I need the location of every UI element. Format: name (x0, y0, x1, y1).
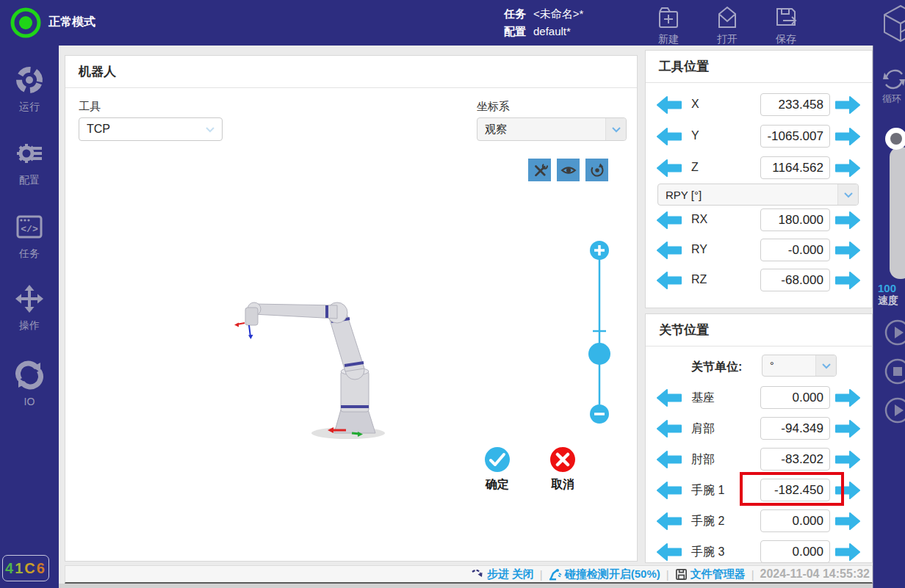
frame-value: 观察 (485, 123, 507, 137)
sidebar-item-task[interactable]: </> 任务 (0, 211, 59, 261)
io-icon (14, 360, 45, 391)
stop-button[interactable] (884, 357, 905, 388)
increment-arrow-button[interactable] (834, 159, 861, 180)
separator: | (540, 568, 543, 581)
increment-arrow-button[interactable] (834, 482, 861, 502)
cancel-button[interactable]: 取消 (547, 446, 579, 493)
decrement-arrow-button[interactable] (656, 543, 682, 564)
cancel-x-icon (549, 446, 576, 473)
increment-arrow-button[interactable] (834, 211, 861, 232)
joint-value-input[interactable] (760, 479, 830, 501)
decrement-arrow-button[interactable] (656, 242, 682, 262)
decrement-arrow-button[interactable] (656, 482, 682, 502)
increment-arrow-button[interactable] (834, 512, 861, 533)
cycle-label: 循环 (882, 92, 901, 106)
axis-value-input[interactable] (760, 269, 830, 291)
sidebar-item-label: 操作 (0, 319, 59, 333)
decrement-arrow-button[interactable] (656, 420, 682, 440)
zoom-out-button[interactable] (590, 404, 609, 424)
increment-arrow-button[interactable] (834, 389, 861, 410)
decrement-arrow-button[interactable] (656, 512, 682, 533)
joint-value-input[interactable] (760, 417, 830, 440)
decrement-arrow-button[interactable] (656, 389, 682, 410)
new-task-button[interactable]: 新建 (646, 4, 691, 46)
robot-3d-view[interactable] (234, 298, 396, 445)
decrement-arrow-button[interactable] (656, 128, 682, 148)
decrement-arrow-button[interactable] (656, 211, 682, 232)
joint-value-input[interactable] (760, 386, 830, 409)
axis-label: Z (691, 161, 699, 174)
joint-value-input[interactable] (760, 509, 830, 532)
joint-unit-label: 关节单位: (691, 360, 742, 375)
increment-arrow-button[interactable] (834, 128, 861, 148)
sidebar-item-run[interactable]: 运行 (0, 65, 59, 114)
axis-value-input[interactable] (760, 93, 830, 116)
rotate-icon (589, 162, 605, 178)
robot-panel-title: 机器人 (65, 56, 637, 88)
increment-arrow-button[interactable] (834, 420, 861, 440)
increment-arrow-button[interactable] (834, 451, 861, 471)
joint-row-wrist1: 手腕 1 (646, 479, 873, 502)
increment-arrow-button[interactable] (834, 272, 861, 292)
tool-input[interactable] (79, 117, 223, 141)
sidebar-item-operate[interactable]: 操作 (0, 283, 59, 333)
view-rotate-button[interactable] (585, 159, 608, 181)
separator: | (751, 568, 754, 581)
play-button[interactable] (884, 319, 905, 349)
increment-arrow-button[interactable] (834, 242, 861, 262)
left-sidebar: 运行 配置 </> 任务 (0, 46, 59, 588)
axis-value-input[interactable] (760, 208, 830, 231)
axis-value-input[interactable] (760, 239, 830, 261)
speed-value: 100 (878, 282, 896, 294)
open-task-button[interactable]: 打开 (705, 4, 749, 46)
step-play-button[interactable] (884, 396, 905, 427)
file-manager-label: 文件管理器 (691, 567, 746, 581)
step-play-icon (884, 396, 905, 424)
view-tools-button[interactable] (528, 159, 551, 181)
confirm-button[interactable]: 确定 (481, 446, 513, 493)
chevron-down-icon (605, 118, 626, 140)
decrement-arrow-button[interactable] (656, 159, 682, 180)
speed-slider-track[interactable] (890, 147, 905, 279)
axis-value-input[interactable] (760, 125, 830, 148)
task-label: 任务 (504, 5, 526, 23)
joint-unit-dropdown[interactable]: ° (762, 355, 837, 377)
increment-arrow-button[interactable] (834, 96, 861, 117)
sidebar-item-io[interactable]: IO (0, 360, 59, 407)
svg-text:</>: </> (21, 224, 38, 235)
cycle-button[interactable] (882, 68, 905, 94)
joint-label: 手腕 2 (691, 514, 724, 529)
rotation-format-dropdown[interactable]: RPY [°] (657, 184, 859, 206)
joint-row-wrist2: 手腕 2 (646, 509, 873, 533)
top-bar: 正常模式 任务 <未命名>* 配置 default* 新建 (0, 0, 905, 46)
tools-icon (532, 162, 548, 178)
decrement-arrow-button[interactable] (656, 96, 682, 117)
axis-label: RY (691, 243, 707, 256)
axis-value-input[interactable] (760, 156, 830, 179)
collision-detect-status[interactable]: 碰撞检测开启(50%) (549, 567, 660, 581)
view-visibility-button[interactable] (557, 159, 580, 181)
joint-value-input[interactable] (760, 540, 830, 563)
open-task-icon (715, 4, 740, 29)
operate-icon (14, 283, 45, 314)
tool-rot-row-rx: RX (646, 208, 873, 232)
cube-icon[interactable] (880, 3, 905, 47)
frame-dropdown[interactable]: 观察 (477, 117, 627, 141)
zoom-slider-handle[interactable] (588, 343, 610, 365)
speed-slider-handle[interactable] (885, 128, 905, 150)
rotation-format-value: RPY [°] (666, 189, 702, 201)
increment-arrow-button[interactable] (834, 543, 861, 564)
status-datetime: 2024-11-04 14:55:32 (760, 567, 870, 581)
config-icon (14, 138, 45, 169)
decrement-arrow-button[interactable] (656, 451, 682, 471)
file-manager-button[interactable]: 文件管理器 (675, 567, 746, 581)
save-task-button[interactable]: 保存 (764, 4, 808, 46)
view-toolbar (528, 159, 608, 181)
decrement-arrow-button[interactable] (656, 272, 682, 292)
status-bar: 步进 关闭 | 碰撞检测开启(50%) | (65, 565, 873, 584)
axis-label: RX (691, 213, 707, 226)
zoom-in-button[interactable] (590, 241, 609, 260)
sidebar-item-config[interactable]: 配置 (0, 138, 59, 187)
step-mode-status[interactable]: 步进 关闭 (471, 567, 534, 581)
joint-value-input[interactable] (760, 448, 830, 471)
